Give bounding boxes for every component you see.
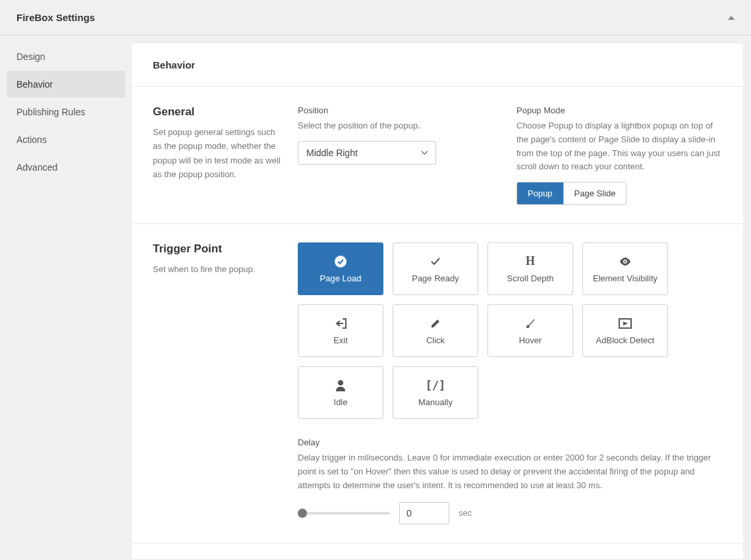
trigger-label: Manually (418, 397, 453, 407)
trigger-label: AdBlock Detect (596, 335, 655, 345)
section-general: General Set popup general settings such … (132, 87, 743, 224)
svg-point-0 (335, 256, 347, 267)
panel-header[interactable]: FireBox Settings (0, 0, 751, 36)
presentation-icon (618, 317, 632, 330)
field-label: Position (298, 105, 495, 115)
sidebar-item-label: Actions (16, 134, 47, 145)
trigger-manually[interactable]: [/] Manually (393, 366, 478, 419)
svg-point-4 (338, 380, 343, 385)
position-select-wrapper (298, 141, 436, 165)
field-popup-mode: Popup Mode Choose Popup to display a lig… (516, 105, 722, 205)
section-fields: Page Load Page Ready H Sc (298, 242, 722, 524)
field-label: Delay (298, 437, 722, 447)
delay-controls: sec (298, 502, 722, 524)
collapse-icon[interactable] (728, 16, 735, 20)
panel-body: Design Behavior Publishing Rules Actions… (0, 36, 751, 559)
field-label: Popup Mode (516, 105, 722, 115)
section-description: Set popup general settings such as the p… (153, 125, 282, 182)
trigger-label: Click (426, 335, 445, 345)
content-header-title: Behavior (153, 59, 722, 70)
trigger-adblock-detect[interactable]: AdBlock Detect (582, 304, 668, 357)
pencil-icon (430, 317, 441, 330)
svg-point-2 (625, 260, 626, 262)
settings-panel: FireBox Settings Design Behavior Publish… (0, 0, 751, 560)
sidebar-item-design[interactable]: Design (7, 43, 125, 70)
letter-h-icon: H (526, 255, 535, 268)
check-icon (430, 255, 441, 268)
trigger-exit[interactable]: Exit (298, 304, 383, 357)
trigger-label: Page Load (320, 273, 362, 283)
toggle-page-slide[interactable]: Page Slide (564, 182, 626, 204)
trigger-label: Element Visibility (593, 273, 657, 283)
popup-mode-toggle: Popup Page Slide (516, 182, 626, 205)
content-header: Behavior (132, 43, 743, 87)
trigger-page-load[interactable]: Page Load (298, 242, 383, 295)
sidebar-item-advanced[interactable]: Advanced (7, 154, 125, 181)
section-title: Trigger Point (153, 242, 282, 256)
field-description: Delay trigger in miliseconds. Leave 0 fo… (298, 451, 722, 492)
panel-title: FireBox Settings (16, 12, 95, 23)
section-description: Set when to fire the popup. (153, 262, 282, 276)
sidebar-item-label: Behavior (16, 79, 53, 90)
trigger-grid: Page Load Page Ready H Sc (298, 242, 722, 419)
sidebar-item-actions[interactable]: Actions (7, 126, 125, 153)
trigger-label: Exit (333, 335, 348, 345)
sidebar-item-behavior[interactable]: Behavior (7, 71, 125, 98)
sidebar-item-label: Advanced (16, 162, 57, 173)
section-info: General Set popup general settings such … (153, 105, 298, 205)
eye-icon (619, 255, 632, 268)
user-icon (335, 379, 346, 392)
brackets-icon: [/] (426, 379, 446, 392)
trigger-scroll-depth[interactable]: H Scroll Depth (487, 242, 573, 295)
trigger-hover[interactable]: Hover (487, 304, 573, 357)
delay-input[interactable] (399, 502, 449, 524)
trigger-idle[interactable]: Idle (298, 366, 383, 419)
field-description: Select the position of the popup. (298, 119, 495, 133)
delay-slider[interactable] (298, 512, 390, 515)
trigger-label: Hover (519, 335, 542, 345)
exit-icon (334, 317, 347, 330)
trigger-element-visibility[interactable]: Element Visibility (582, 242, 668, 295)
toggle-popup[interactable]: Popup (517, 182, 564, 204)
check-circle-icon (334, 255, 347, 268)
content-area: Behavior General Set popup general setti… (132, 43, 743, 559)
sidebar-item-label: Design (16, 51, 45, 62)
trigger-label: Scroll Depth (507, 273, 554, 283)
trigger-click[interactable]: Click (393, 304, 478, 357)
field-delay: Delay Delay trigger in miliseconds. Leav… (298, 437, 722, 524)
sidebar-item-label: Publishing Rules (16, 107, 85, 117)
field-description: Choose Popup to display a lightbox popup… (516, 119, 722, 174)
section-trigger-point: Trigger Point Set when to fire the popup… (132, 224, 743, 543)
trigger-page-ready[interactable]: Page Ready (393, 242, 478, 295)
section-info: Trigger Point Set when to fire the popup… (153, 242, 298, 524)
brush-icon (524, 317, 536, 330)
position-select[interactable] (298, 141, 436, 165)
sidebar-item-publishing-rules[interactable]: Publishing Rules (7, 99, 125, 125)
trigger-label: Idle (334, 397, 348, 407)
section-title: General (153, 105, 282, 119)
field-position: Position Select the position of the popu… (298, 105, 495, 205)
section-opening-behavior: Opening Behavior Show F (132, 544, 743, 559)
sidebar: Design Behavior Publishing Rules Actions… (0, 36, 132, 559)
section-fields: Position Select the position of the popu… (298, 105, 722, 205)
delay-unit: sec (459, 508, 472, 518)
trigger-label: Page Ready (412, 273, 459, 283)
